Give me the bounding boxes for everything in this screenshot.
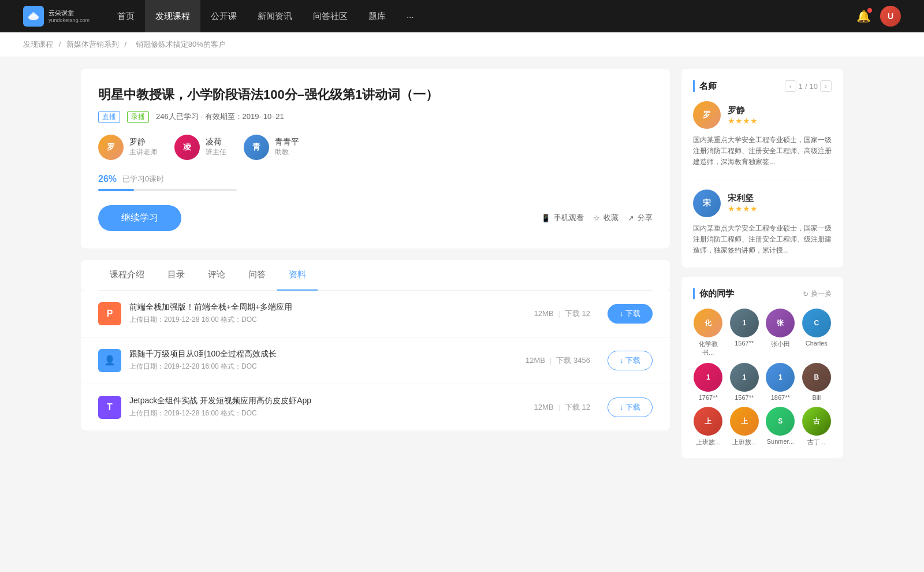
breadcrumb-discover[interactable]: 发现课程 xyxy=(23,40,53,49)
nav-avatar-img: U xyxy=(880,6,901,27)
resource-item-0: P 前端全栈加强版！前端全栈+全周期+多端应用 上传日期：2019-12-28 … xyxy=(81,291,670,337)
nav-home[interactable]: 首页 xyxy=(107,0,145,32)
teacher-avatar-1: 凌 xyxy=(174,135,200,160)
resource-icon-1: 👤 xyxy=(98,349,121,372)
classmate-name-4: 1767** xyxy=(699,394,718,401)
classmate-avatar-5: 1 xyxy=(730,363,759,392)
classmate-1: 1 1567** xyxy=(729,309,760,357)
resource-sub-2: 上传日期：2019-12-28 16:00 格式：DOC xyxy=(129,408,516,418)
tc-avatar-1: 宋 xyxy=(693,190,721,217)
tc-desc-1: 国内某重点大学安全工程专业硕士，国家一级注册消防工程师、注册安全工程师、级注册建… xyxy=(693,223,832,257)
svg-point-2 xyxy=(32,12,35,14)
resource-item-2: T Jetpack全组件实战 开发短视频应用高仿皮皮虾App 上传日期：2019… xyxy=(81,384,670,430)
nav-more[interactable]: ··· xyxy=(396,0,424,32)
next-page-btn[interactable]: › xyxy=(820,80,832,92)
teacher-avatar-2: 青 xyxy=(244,135,269,160)
download-btn-0[interactable]: ↓ 下载 xyxy=(608,304,653,324)
classmate-name-7: Bill xyxy=(812,394,821,401)
progress-pct: 26% xyxy=(98,174,117,184)
badge-live: 直播 xyxy=(98,111,120,123)
download-btn-1[interactable]: ↓ 下载 xyxy=(608,351,653,370)
breadcrumb-series[interactable]: 新媒体营销系列 xyxy=(66,40,119,49)
resource-size-2: 12MB xyxy=(534,403,553,411)
resource-size-0: 12MB xyxy=(534,309,553,318)
download-btn-2[interactable]: ↓ 下载 xyxy=(608,398,653,417)
classmate-avatar-8: 上 xyxy=(694,407,722,436)
resource-stats-2: 12MB | 下载 12 xyxy=(534,402,590,413)
classmates-grid: 化 化学教书... 1 1567** 张 张小田 xyxy=(693,309,832,447)
classmate-name-9: 上班族... xyxy=(732,438,757,447)
page-total: 10 xyxy=(810,82,818,91)
classmate-name-2: 张小田 xyxy=(771,340,790,348)
resource-info-0: 前端全栈加强版！前端全栈+全周期+多端应用 上传日期：2019-12-28 16… xyxy=(129,302,516,325)
teacher-item-2: 青 青青平 助教 xyxy=(244,135,299,160)
tab-reviews[interactable]: 评论 xyxy=(196,260,237,291)
tab-catalog[interactable]: 目录 xyxy=(156,260,196,291)
tab-qa[interactable]: 问答 xyxy=(237,260,277,291)
share-icon: ↗ xyxy=(628,214,634,222)
collect-label: 收藏 xyxy=(603,213,619,223)
nav-right: 🔔 U xyxy=(856,6,901,27)
classmate-name-0: 化学教书... xyxy=(693,340,724,357)
tab-resources[interactable]: 资料 xyxy=(277,260,318,291)
teacher-card-1: 宋 宋利坚 ★★★★ 国内某重点大学安全工程专业硕士，国家一级注册消防工程师、注… xyxy=(693,190,832,257)
nav-quiz[interactable]: 题库 xyxy=(358,0,396,32)
nav-discover[interactable]: 发现课程 xyxy=(145,0,200,32)
breadcrumb: 发现课程 / 新媒体营销系列 / 销冠修炼术搞定80%的客户 xyxy=(0,32,924,57)
progress-section: 26% 已学习0课时 xyxy=(98,174,653,191)
left-content: 明星中教授课，小学阶段语法100分–强化级第1讲动词（一） 直播 录播 246人… xyxy=(81,69,670,467)
classmate-7: B Bill xyxy=(802,363,832,401)
classmate-3: C Charles xyxy=(802,309,832,357)
nav-news[interactable]: 新闻资讯 xyxy=(247,0,303,32)
nav-public[interactable]: 公开课 xyxy=(200,0,247,32)
classmate-name-3: Charles xyxy=(806,340,828,347)
classmates-sidebar-card: 你的同学 ↻ 换一换 化 化学教书... 1 xyxy=(681,277,843,458)
resource-info-2: Jetpack全组件实战 开发短视频应用高仿皮皮虾App 上传日期：2019-1… xyxy=(129,396,516,418)
page-current: 1 xyxy=(799,82,803,91)
tc-header-1: 宋 宋利坚 ★★★★ xyxy=(693,190,832,217)
classmate-avatar-0: 化 xyxy=(694,309,722,337)
progress-bar-fill xyxy=(98,189,134,191)
collect-btn[interactable]: ☆ 收藏 xyxy=(593,213,619,223)
resource-sub-0: 上传日期：2019-12-28 16:00 格式：DOC xyxy=(129,315,516,325)
classmates-sidebar-title: 你的同学 ↻ 换一换 xyxy=(693,288,832,299)
progress-bar-bg xyxy=(98,189,237,191)
classmate-avatar-11: 古 xyxy=(802,407,831,436)
classmate-avatar-6: 1 xyxy=(766,363,795,392)
resources-list: P 前端全栈加强版！前端全栈+全周期+多端应用 上传日期：2019-12-28 … xyxy=(81,291,670,430)
classmate-9: 上 上班族... xyxy=(729,407,760,447)
continue-button[interactable]: 继续学习 xyxy=(98,205,181,231)
tc-avatar-0: 罗 xyxy=(693,101,721,129)
classmate-name-11: 古丁... xyxy=(807,438,825,447)
tabs-section: 课程介绍 目录 评论 问答 资料 xyxy=(81,260,670,291)
resource-name-2: Jetpack全组件实战 开发短视频应用高仿皮皮虾App xyxy=(129,396,516,406)
share-btn[interactable]: ↗ 分享 xyxy=(628,213,653,223)
classmate-avatar-1: 1 xyxy=(730,309,759,337)
nav-items: 首页 发现课程 公开课 新闻资讯 问答社区 题库 ··· xyxy=(107,0,856,32)
mobile-watch-btn[interactable]: 📱 手机观看 xyxy=(541,213,584,223)
progress-info: 26% 已学习0课时 xyxy=(98,174,653,184)
teacher-name-2: 青青平 xyxy=(275,137,299,147)
teacher-role-0: 主讲老师 xyxy=(129,147,157,157)
tc-name-0: 罗静 xyxy=(728,105,758,116)
resource-item-1: 👤 跟随千万级项目从0到100全过程高效成长 上传日期：2019-12-28 1… xyxy=(81,337,670,384)
tab-intro[interactable]: 课程介绍 xyxy=(98,260,156,291)
refresh-button[interactable]: ↻ 换一换 xyxy=(803,289,832,299)
resource-stats-0: 12MB | 下载 12 xyxy=(534,309,590,319)
brand-name: 云朵课堂 xyxy=(49,9,90,17)
teacher-divider xyxy=(693,180,832,180)
teacher-name-1: 凌荷 xyxy=(206,137,226,147)
classmate-2: 张 张小田 xyxy=(765,309,796,357)
user-avatar-nav[interactable]: U xyxy=(880,6,901,27)
logo[interactable]: 云朵课堂 yundoketang.com xyxy=(23,6,90,27)
notification-bell[interactable]: 🔔 xyxy=(856,9,871,23)
nav-qa[interactable]: 问答社区 xyxy=(303,0,358,32)
resource-downloads-2: 下载 12 xyxy=(565,402,590,413)
right-sidebar: 名师 ‹ 1 / 10 › 罗 罗静 xyxy=(681,69,843,467)
prev-page-btn[interactable]: ‹ xyxy=(785,80,796,92)
progress-text: 已学习0课时 xyxy=(122,174,164,184)
tc-name-1: 宋利坚 xyxy=(728,193,758,204)
teachers-sidebar-card: 名师 ‹ 1 / 10 › 罗 罗静 xyxy=(681,69,843,268)
resource-size-1: 12MB xyxy=(526,356,545,365)
classmate-avatar-2: 张 xyxy=(766,309,795,337)
